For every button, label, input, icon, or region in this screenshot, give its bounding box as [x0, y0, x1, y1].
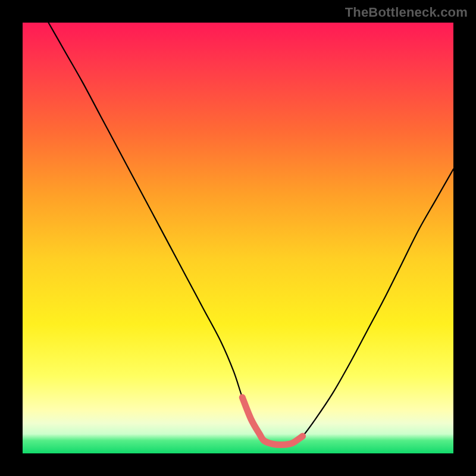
watermark-text: TheBottleneck.com	[345, 5, 468, 20]
bottom-highlight	[242, 397, 302, 445]
curve-svg	[23, 23, 453, 453]
plot-area	[23, 23, 453, 453]
chart-frame: TheBottleneck.com	[0, 0, 476, 476]
bottleneck-curve	[48, 23, 453, 445]
